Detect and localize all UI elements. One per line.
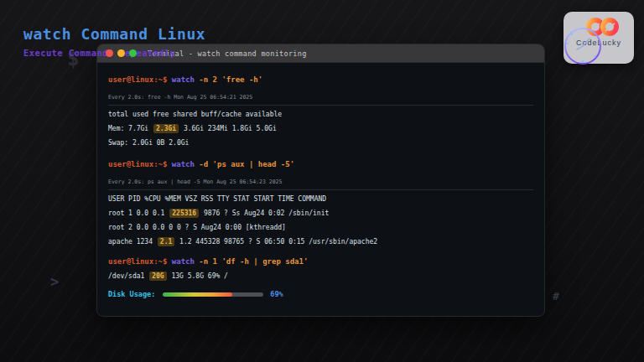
free-header-row: total used free shared buff/cache availa…	[108, 107, 533, 122]
disk-usage-row: Disk Usage: 69%	[108, 288, 533, 301]
command-args: -n 1 'df -h | grep sda1'	[199, 257, 308, 266]
free-mem-row: Mem: 7.7Gi 2.3Gi 3.6Gi 234Mi 1.8Gi 5.0Gi	[108, 122, 533, 136]
ps-row3-post: 1.2 445328 98765 ? S 06:50 0:15 /usr/sbi…	[179, 238, 377, 246]
close-window-icon[interactable]	[106, 49, 113, 57]
ps-header-row: USER PID %CPU %MEM VSZ RSS TTY STAT STAR…	[108, 192, 533, 206]
watch-status-line: Every 2.0s: ps aux | head -5 Mon Aug 25 …	[108, 176, 533, 188]
command-name: watch	[172, 75, 195, 84]
highlight-cpu: 2.1	[158, 237, 174, 246]
command-line-df: user@linux:~$watch-n 1 'df -h | grep sda…	[108, 255, 533, 269]
watch-status-line: Every 2.0s: free -h Mon Aug 25 06:54:21 …	[108, 91, 533, 103]
chevron-decor-glyph: >	[50, 273, 59, 290]
shell-prompt: user@linux:~$	[108, 257, 167, 266]
clock-decor-icon	[564, 27, 602, 65]
highlight-mem-used: 2.3Gi	[153, 124, 179, 133]
maximize-window-icon[interactable]	[129, 49, 137, 57]
disk-usage-progress-fill	[163, 292, 232, 297]
df-pre: /dev/sda1	[108, 272, 144, 280]
section-divider	[108, 105, 533, 106]
df-post: 13G 5.8G 69% /	[171, 272, 227, 280]
shell-prompt: user@linux:~$	[108, 160, 167, 168]
highlight-disk-size: 20G	[149, 272, 166, 281]
command-line-free: user@linux:~$watch-n 2 'free -h'	[108, 73, 533, 87]
mem-pre: Mem: 7.7Gi	[108, 125, 148, 132]
highlight-vsz: 225316	[169, 209, 199, 218]
ps-row1-pre: root 1 0.0 0.1	[108, 209, 164, 217]
hash-decor-glyph: #	[553, 290, 559, 303]
command-args: -d 'ps aux | head -5'	[199, 160, 294, 168]
page-title: watch Command Linux	[23, 25, 205, 43]
mem-post: 3.6Gi 234Mi 1.8Gi 5.0Gi	[184, 125, 277, 132]
ps-row-kthreadd: root 2 0.0 0.0 0 0 ? S Aug24 0:00 [kthre…	[108, 220, 533, 235]
ps-row1-post: 9876 ? Ss Aug24 0:02 /sbin/init	[204, 209, 329, 217]
window-controls	[106, 49, 137, 57]
terminal-window: Terminal - watch command monitoring user…	[96, 44, 545, 317]
command-name: watch	[172, 257, 195, 266]
disk-usage-progressbar	[163, 292, 263, 297]
ps-row3-pre: apache 1234	[108, 238, 153, 246]
disk-usage-percent: 69%	[270, 288, 283, 301]
ps-row-apache: apache 1234 2.1 1.2 445328 98765 ? S 06:…	[108, 235, 533, 249]
free-swap-row: Swap: 2.0Gi 0B 2.0Gi	[108, 136, 533, 150]
terminal-body: user@linux:~$watch-n 2 'free -h' Every 2…	[97, 63, 544, 301]
command-line-ps: user@linux:~$watch-d 'ps aux | head -5'	[108, 158, 533, 172]
disk-usage-label: Disk Usage:	[108, 288, 155, 301]
ps-row-init: root 1 0.0 0.1 225316 9876 ? Ss Aug24 0:…	[108, 206, 533, 220]
shell-prompt: user@linux:~$	[108, 75, 167, 84]
section-divider	[108, 189, 533, 190]
minimize-window-icon[interactable]	[117, 49, 125, 57]
command-args: -n 2 'free -h'	[199, 75, 262, 84]
command-name: watch	[172, 160, 195, 168]
df-row-sda1: /dev/sda1 20G 13G 5.8G 69% /	[108, 269, 533, 283]
